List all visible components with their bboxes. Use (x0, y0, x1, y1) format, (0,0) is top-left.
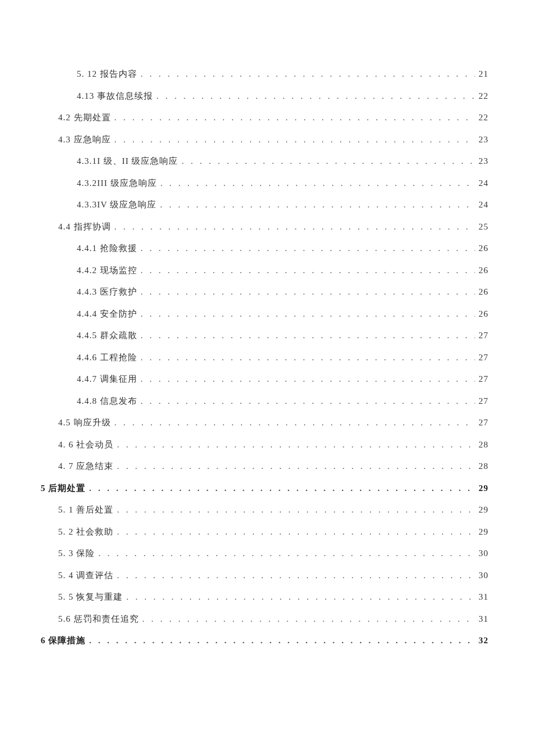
toc-entry[interactable]: 5. 5 恢复与重建31 (58, 590, 488, 604)
toc-entry-label: 5. 1 善后处置 (58, 503, 113, 517)
toc-leader-dots (141, 372, 475, 386)
toc-entry[interactable]: 5. 4 调查评估30 (58, 568, 488, 582)
toc-entry[interactable]: 4.3.2III 级应急响应24 (77, 176, 488, 190)
toc-entry-label: 4.3.2III 级应急响应 (77, 176, 157, 190)
toc-leader-dots (117, 525, 475, 539)
toc-entry-page: 23 (479, 132, 488, 146)
toc-entry-page: 32 (479, 633, 488, 647)
toc-entry-page: 28 (479, 459, 488, 473)
toc-leader-dots (117, 459, 475, 473)
toc-leader-dots (126, 590, 475, 604)
toc-entry-label: 4.13 事故信息续报 (77, 89, 153, 103)
toc-entry-label: 5. 5 恢复与重建 (58, 590, 123, 604)
toc-leader-dots (89, 481, 475, 495)
toc-entry[interactable]: 4.4.1 抢险救援26 (77, 241, 488, 255)
toc-entry[interactable]: 4.2 先期处置22 (58, 110, 488, 124)
toc-entry-label: 4.4.4 安全防护 (77, 307, 137, 321)
toc-leader-dots (142, 612, 476, 626)
toc-entry-page: 26 (479, 263, 488, 277)
toc-entry-page: 27 (479, 415, 488, 429)
toc-entry[interactable]: 4.4 指挥协调25 (58, 220, 488, 234)
toc-entry-label: 4. 7 应急结束 (58, 459, 113, 473)
toc-entry[interactable]: 4.4.4 安全防护26 (77, 307, 488, 321)
toc-entry[interactable]: 5 后期处置29 (41, 481, 488, 495)
toc-leader-dots (117, 568, 475, 582)
toc-entry[interactable]: 5.6 惩罚和责任追究31 (58, 612, 488, 626)
toc-entry-page: 28 (479, 438, 488, 452)
toc-leader-dots (117, 438, 475, 452)
toc-entry[interactable]: 4.5 响应升级27 (58, 415, 488, 429)
toc-entry-label: 4.5 响应升级 (58, 415, 111, 429)
toc-entry-page: 29 (479, 525, 488, 539)
toc-entry-page: 30 (479, 568, 488, 582)
table-of-contents: 5. 12 报告内容214.13 事故信息续报224.2 先期处置224.3 应… (41, 67, 488, 647)
toc-entry-page: 27 (479, 372, 488, 386)
toc-leader-dots (141, 307, 475, 321)
toc-entry-label: 4.4 指挥协调 (58, 220, 111, 234)
toc-entry[interactable]: 5. 2 社会救助29 (58, 525, 488, 539)
toc-entry-label: 6 保障措施 (41, 633, 85, 647)
toc-entry-page: 26 (479, 285, 488, 299)
toc-leader-dots (115, 220, 476, 234)
toc-entry-label: 4.4.8 信息发布 (77, 394, 137, 408)
toc-entry[interactable]: 4.3 应急响应23 (58, 132, 488, 146)
toc-entry[interactable]: 4. 7 应急结束28 (58, 459, 488, 473)
toc-entry-label: 4.3.3IV 级应急响应 (77, 198, 156, 212)
toc-entry[interactable]: 4.4.5 群众疏散27 (77, 328, 488, 342)
toc-entry[interactable]: 4.4.6 工程抢险27 (77, 350, 488, 364)
toc-leader-dots (115, 132, 476, 146)
toc-entry[interactable]: 4.4.7 调集征用27 (77, 372, 488, 386)
toc-entry-page: 25 (479, 220, 488, 234)
toc-entry-label: 4.2 先期处置 (58, 110, 111, 124)
toc-entry-page: 27 (479, 328, 488, 342)
toc-entry-page: 22 (479, 110, 488, 124)
toc-leader-dots (141, 394, 475, 408)
toc-entry-page: 30 (479, 546, 488, 560)
toc-entry-page: 23 (479, 154, 488, 168)
toc-entry-label: 4.3.1I 级、II 级应急响应 (77, 154, 179, 168)
toc-leader-dots (141, 241, 475, 255)
toc-leader-dots (98, 546, 475, 560)
toc-leader-dots (141, 328, 475, 342)
toc-entry-label: 4.4.3 医疗救护 (77, 285, 137, 299)
toc-entry[interactable]: 4.3.1I 级、II 级应急响应23 (77, 154, 488, 168)
toc-entry-page: 26 (479, 307, 488, 321)
toc-entry[interactable]: 4.13 事故信息续报22 (77, 89, 488, 103)
toc-entry-label: 4. 6 社会动员 (58, 438, 113, 452)
toc-entry[interactable]: 4.4.2 现场监控26 (77, 263, 488, 277)
toc-leader-dots (156, 89, 475, 103)
toc-entry-label: 5. 12 报告内容 (77, 67, 137, 81)
toc-entry-page: 24 (479, 198, 488, 212)
toc-leader-dots (160, 198, 475, 212)
toc-entry-label: 5.6 惩罚和责任追究 (58, 612, 139, 626)
toc-entry-page: 26 (479, 241, 488, 255)
toc-entry[interactable]: 4.4.3 医疗救护26 (77, 285, 488, 299)
toc-entry[interactable]: 4.4.8 信息发布27 (77, 394, 488, 408)
toc-entry-label: 4.4.1 抢险救援 (77, 241, 137, 255)
toc-entry[interactable]: 4.3.3IV 级应急响应24 (77, 198, 488, 212)
toc-entry-label: 4.4.7 调集征用 (77, 372, 137, 386)
toc-entry-label: 5 后期处置 (41, 481, 85, 495)
toc-leader-dots (115, 110, 476, 124)
toc-entry[interactable]: 5. 12 报告内容21 (77, 67, 488, 81)
toc-leader-dots (141, 285, 475, 299)
toc-leader-dots (89, 633, 475, 647)
toc-entry-label: 4.4.2 现场监控 (77, 263, 137, 277)
toc-entry[interactable]: 5. 1 善后处置29 (58, 503, 488, 517)
toc-entry-page: 27 (479, 394, 488, 408)
toc-entry-label: 5. 2 社会救助 (58, 525, 113, 539)
toc-entry[interactable]: 4. 6 社会动员28 (58, 438, 488, 452)
toc-entry-label: 4.4.6 工程抢险 (77, 350, 137, 364)
toc-entry-page: 24 (479, 176, 488, 190)
toc-entry-page: 29 (479, 481, 488, 495)
toc-entry-label: 5. 3 保险 (58, 546, 95, 560)
toc-leader-dots (141, 350, 475, 364)
toc-entry[interactable]: 6 保障措施32 (41, 633, 488, 647)
toc-entry-page: 22 (479, 89, 488, 103)
toc-leader-dots (141, 67, 475, 81)
toc-entry[interactable]: 5. 3 保险30 (58, 546, 488, 560)
toc-entry-page: 31 (479, 590, 488, 604)
toc-entry-label: 4.4.5 群众疏散 (77, 328, 137, 342)
toc-leader-dots (141, 263, 475, 277)
toc-entry-page: 29 (479, 503, 488, 517)
